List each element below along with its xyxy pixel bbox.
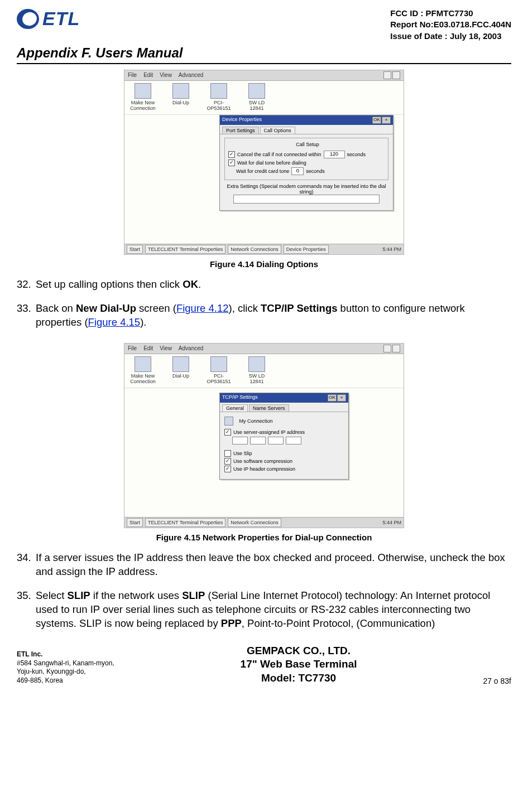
- menu-item: Advanced: [179, 345, 203, 351]
- icon-label: Make New Connection: [129, 100, 157, 111]
- extra-label: Extra Settings (Special modem commands m…: [224, 183, 388, 195]
- tab: Call Options: [260, 127, 295, 134]
- text: ).: [140, 316, 146, 328]
- option-text: Use Slip: [233, 451, 252, 456]
- group-label: Call Setup: [295, 142, 320, 147]
- icon-label: Dial-Up: [167, 373, 195, 379]
- taskbar-item: Device Properties: [284, 245, 329, 254]
- taskbar-item: Network Connections: [228, 518, 281, 527]
- field: 0: [291, 167, 304, 175]
- logo: ETL: [17, 8, 80, 30]
- footer-line: 17" Web Base Terminal: [241, 658, 357, 671]
- addr-line: 469-885, Korea: [17, 676, 63, 684]
- menu-item: View: [160, 345, 172, 351]
- icon-label: SW LD 12841: [243, 373, 271, 384]
- ok-button: OK: [328, 394, 337, 402]
- dialog-title: Device Properties: [222, 117, 262, 124]
- bold: OK: [183, 278, 198, 290]
- figure-4-15-screenshot: File Edit View Advanced Make New Connect…: [124, 343, 404, 528]
- option-text: Use IP header compression: [233, 466, 295, 472]
- icon-label: Make New Connection: [129, 373, 157, 384]
- header-meta: FCC ID : PFMTC7730 Report No:E03.0718.FC…: [390, 8, 511, 42]
- option-text: seconds: [306, 168, 325, 174]
- step-32: 32. Set up calling options then click OK…: [17, 278, 511, 292]
- figure-4-14-screenshot: File Edit View Advanced Make New Connect…: [124, 70, 404, 255]
- addr-line: Yoju-kun, Kyounggi-do,: [17, 668, 86, 675]
- step-33: 33. Back on New Dial-Up screen (Figure 4…: [17, 302, 511, 330]
- text: .: [198, 278, 201, 290]
- bold: SLIP: [182, 589, 205, 601]
- step-num: 35.: [17, 589, 36, 631]
- menu-item: File: [128, 72, 137, 78]
- step-num: 32.: [17, 278, 36, 292]
- taskbar-item: TELECLIENT Terminal Properties: [145, 518, 225, 527]
- page-number: 27 o 83f: [483, 676, 511, 685]
- footer-line: Model: TC7730: [241, 671, 357, 685]
- close-icon: ×: [382, 117, 391, 124]
- figure-link[interactable]: Figure 4.15: [88, 316, 141, 328]
- tab: Name Servers: [249, 404, 289, 412]
- menu-item: File: [128, 345, 137, 351]
- footer-address: ETL Inc. #584 Sangwhal-ri, Kanam-myon, Y…: [17, 650, 114, 685]
- option-text: Cancel the call if not connected within: [237, 152, 321, 157]
- clock: 5:44 PM: [382, 520, 401, 525]
- menu-item: Advanced: [179, 72, 203, 78]
- text: if the network uses: [90, 589, 183, 601]
- appendix-title: Appendix F. Users Manual: [17, 45, 511, 61]
- step-num: 34.: [17, 551, 36, 579]
- bold: TCP/IP Settings: [261, 302, 337, 314]
- footer-center: GEMPACK CO., LTD. 17" Web Base Terminal …: [241, 644, 357, 685]
- option-text: seconds: [347, 152, 366, 157]
- icon-label: SW LD 12841: [243, 100, 271, 111]
- figure-link[interactable]: Figure 4.12: [176, 302, 229, 314]
- clock: 5:44 PM: [382, 246, 401, 252]
- icon-label: PCI-OP536151: [205, 373, 233, 384]
- text: If a server issues the IP address then l…: [36, 551, 511, 579]
- extra-field: [233, 195, 380, 204]
- text: Set up calling options then click: [36, 278, 183, 290]
- conn-label: My Connection: [239, 418, 273, 424]
- option-text: Wait for credit card tone: [236, 168, 289, 174]
- text: Select: [36, 589, 68, 601]
- close-icon: ×: [337, 394, 346, 402]
- step-34: 34. If a server issues the IP address th…: [17, 551, 511, 579]
- dialog-title: TCP/IP Settings: [222, 394, 258, 402]
- menu-item: View: [160, 72, 172, 78]
- field: 120: [324, 151, 345, 158]
- taskbar-item: Start: [127, 518, 143, 527]
- footer-company: ETL Inc.: [17, 650, 42, 658]
- report-no: Report No:E03.0718.FCC.404N: [390, 19, 511, 30]
- option-text: Wait for dial tone before dialing: [237, 160, 306, 166]
- icon-label: Dial-Up: [167, 100, 195, 105]
- icon-label: PCI-OP536151: [205, 100, 233, 111]
- taskbar-item: Network Connections: [228, 245, 281, 254]
- option-text: Use software compression: [233, 458, 292, 464]
- bold: PPP: [221, 617, 242, 629]
- footer-line: GEMPACK CO., LTD.: [241, 644, 357, 658]
- text: ), click: [229, 302, 261, 314]
- figure-4-15-caption: Figure 4.15 Network Properties for Dial-…: [17, 533, 511, 542]
- menu-item: Edit: [143, 72, 153, 78]
- header-rule: [17, 63, 511, 64]
- menu-item: Edit: [143, 345, 153, 351]
- taskbar-item: TELECLIENT Terminal Properties: [145, 245, 225, 254]
- fcc-id: FCC ID : PFMTC7730: [390, 8, 511, 19]
- tab: General: [222, 404, 248, 412]
- ok-button: OK: [372, 117, 381, 124]
- bold: SLIP: [68, 589, 90, 601]
- text: Back on: [36, 302, 76, 314]
- option-text: Use server-assigned IP address: [233, 429, 305, 435]
- logo-text: ETL: [42, 8, 80, 30]
- addr-line: #584 Sangwhal-ri, Kanam-myon,: [17, 659, 114, 667]
- tab: Port Settings: [222, 127, 259, 134]
- step-35: 35. Select SLIP if the network uses SLIP…: [17, 589, 511, 631]
- text: screen (: [136, 302, 176, 314]
- logo-icon: [17, 9, 39, 29]
- bold: New Dial-Up: [76, 302, 136, 314]
- text: , Point-to-Point Protocol, (Communicatio…: [242, 617, 435, 629]
- taskbar-item: Start: [127, 245, 143, 254]
- step-num: 33.: [17, 302, 36, 330]
- figure-4-14-caption: Figure 4.14 Dialing Options: [17, 259, 511, 269]
- issue-date: Issue of Date : July 18, 2003: [390, 31, 511, 42]
